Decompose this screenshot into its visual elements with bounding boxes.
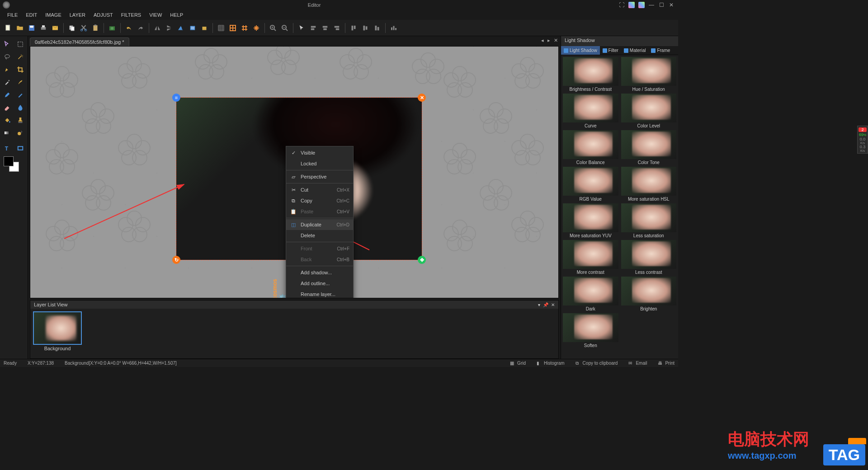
minimize-button[interactable]: — (648, 2, 655, 8)
effect-soften[interactable]: Soften (563, 313, 618, 348)
flip-v-button[interactable] (164, 23, 175, 33)
thumb-icon-1[interactable] (628, 2, 635, 8)
tool-pencil[interactable] (2, 89, 13, 100)
tab-filter[interactable]: Filter (600, 46, 621, 55)
effect-less-contrast[interactable]: Less contrast (621, 240, 677, 275)
tab-frame[interactable]: Frame (648, 46, 673, 55)
grid-orange-1[interactable] (227, 23, 238, 33)
tool-smudge[interactable] (15, 89, 26, 100)
effect-rgb-value[interactable]: RGB Value (563, 167, 618, 202)
effect-brighten[interactable]: Brighten (621, 277, 677, 311)
effect-more-saturation-yuv[interactable]: More saturation YUV (563, 203, 618, 238)
ctx-paste[interactable]: 📋PasteCtrl+V (286, 206, 353, 217)
status-copy-clipboard[interactable]: ⧉Copy to clipboard (576, 361, 618, 366)
tab-light-shadow[interactable]: Light Shadow (561, 46, 600, 55)
menu-image[interactable]: IMAGE (42, 11, 65, 19)
ctx-locked[interactable]: Locked (286, 158, 353, 169)
effect-brightness-contrast[interactable]: Brightness / Contrast (563, 57, 618, 92)
tool-wand[interactable] (15, 52, 26, 62)
effect-less-saturation[interactable]: Less saturation (621, 203, 677, 238)
align-5[interactable] (360, 23, 371, 33)
status-histogram[interactable]: ▮Histogram (537, 361, 565, 366)
tab-close-icon[interactable]: ✕ (554, 38, 558, 43)
tool-gradient[interactable] (2, 127, 13, 138)
effect-more-contrast[interactable]: More contrast (563, 240, 618, 275)
tool-stamp[interactable] (15, 115, 26, 126)
effect-color-level[interactable]: Color Level (621, 94, 677, 128)
tab-next-icon[interactable]: ▸ (547, 38, 550, 43)
distribute-button[interactable] (388, 23, 399, 33)
layer-panel-pin[interactable]: 📌 (543, 302, 548, 307)
new-button[interactable] (3, 23, 14, 33)
ctx-add-shadow[interactable]: Add shadow... (286, 267, 353, 278)
ctx-rename-layer[interactable]: Rename layer... (286, 289, 353, 298)
ctx-duplicate[interactable]: ◫DuplicateCtrl+D (286, 219, 353, 230)
grid-orange-2[interactable] (239, 23, 250, 33)
ctx-front[interactable]: FrontCtrl+F (286, 243, 353, 254)
effect-curve[interactable]: Curve (563, 94, 618, 128)
effect-more-saturation-hsl[interactable]: More saturation HSL (621, 167, 677, 202)
layer-rotate-handle[interactable]: ↻ (172, 256, 180, 264)
status-print[interactable]: 🖶Print (658, 361, 675, 366)
tool-move[interactable] (2, 39, 13, 50)
grid-orange-3[interactable] (251, 23, 262, 33)
ctx-cut[interactable]: ✂CutCtrl+X (286, 184, 353, 195)
fullscreen-icon[interactable]: ⛶ (618, 2, 625, 8)
ctx-back[interactable]: BackCtrl+B (286, 254, 353, 265)
align-3[interactable] (331, 23, 342, 33)
tool-blur[interactable] (15, 102, 26, 113)
thumb-icon-2[interactable] (638, 2, 645, 8)
tool-text[interactable]: T (2, 143, 13, 154)
menu-filters[interactable]: FILTERS (118, 11, 145, 19)
crop-button[interactable] (199, 23, 210, 33)
menu-help[interactable]: HELP (166, 11, 187, 19)
paste-button[interactable] (90, 23, 101, 33)
maximize-button[interactable]: ☐ (658, 2, 665, 8)
ctx-perspective[interactable]: ▱Perspective (286, 171, 353, 182)
layer-panel-dropdown[interactable]: ▾ (538, 302, 540, 307)
effect-color-tone[interactable]: Color Tone (621, 130, 677, 165)
align-4[interactable] (348, 23, 359, 33)
zoom-out-button[interactable] (279, 23, 290, 33)
flip-h-button[interactable] (152, 23, 163, 33)
pointer-button[interactable] (296, 23, 307, 33)
layer-resize-handle[interactable]: ✥ (418, 256, 426, 264)
layer-panel-close[interactable]: ✕ (551, 302, 555, 307)
document-tab[interactable]: 0af6eb24c5182e7f405855fc5fcf80b.jpg * (30, 38, 129, 46)
save-button[interactable] (26, 23, 37, 33)
effect-[interactable] (621, 313, 677, 348)
redo-button[interactable] (135, 23, 146, 33)
ctx-copy[interactable]: ⧉CopyCtrl+C (286, 195, 353, 206)
layer-thumb-background[interactable]: Background (33, 311, 82, 351)
tool-brush[interactable] (15, 77, 26, 88)
ctx-visible[interactable]: ✓Visible (286, 147, 353, 158)
color-swatch[interactable] (4, 156, 19, 172)
status-email[interactable]: ✉Email (628, 361, 647, 366)
tool-shape[interactable] (15, 143, 26, 154)
tool-marquee[interactable] (15, 39, 26, 50)
print-button[interactable] (38, 23, 49, 33)
tab-material[interactable]: Material (621, 46, 649, 55)
zoom-in-button[interactable] (268, 23, 278, 33)
layer-close-handle[interactable]: ✕ (418, 94, 426, 102)
tool-crop[interactable] (15, 64, 26, 75)
close-button[interactable]: ✕ (668, 2, 675, 8)
tool-fill[interactable] (2, 115, 13, 126)
undo-button[interactable] (123, 23, 134, 33)
screenshot-button[interactable] (107, 23, 118, 33)
menu-edit[interactable]: EDIT (22, 11, 41, 19)
ctx-add-outline[interactable]: Add outline... (286, 278, 353, 289)
align-1[interactable] (308, 23, 319, 33)
menu-view[interactable]: VIEW (146, 11, 165, 19)
grid-button[interactable] (216, 23, 226, 33)
tool-lasso[interactable] (2, 52, 13, 62)
tool-eraser[interactable] (2, 102, 13, 113)
email-button[interactable] (50, 23, 61, 33)
layer-menu-handle[interactable]: ≡ (172, 94, 180, 102)
canvas[interactable]: ≡ ✕ ↻ ✥ ✓Visible Locked ▱Perspective ✂Cu… (30, 46, 559, 298)
menu-layer[interactable]: LAYER (66, 11, 89, 19)
open-button[interactable] (14, 23, 25, 33)
align-6[interactable] (372, 23, 382, 33)
effect-color-balance[interactable]: Color Balance (563, 130, 618, 165)
tool-clone[interactable] (15, 127, 26, 138)
